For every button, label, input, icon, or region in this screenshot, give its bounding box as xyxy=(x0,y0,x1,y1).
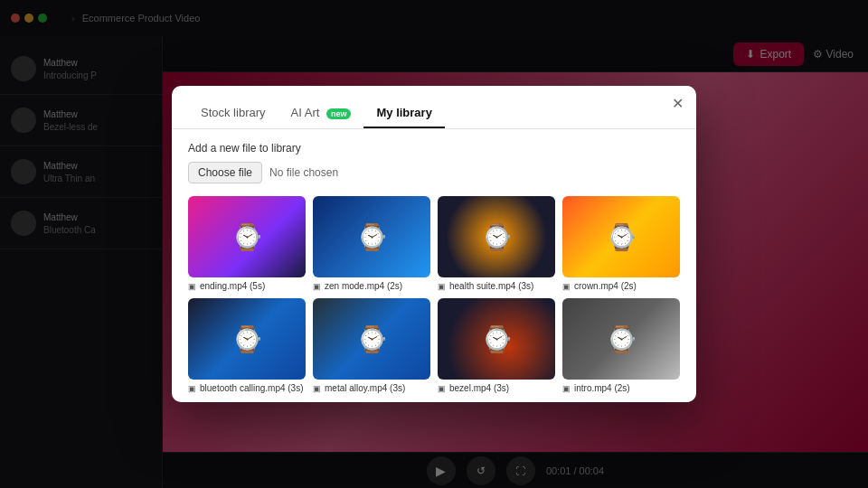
modal-close-button[interactable]: ✕ xyxy=(672,97,684,111)
media-filename-zen: zen mode.mp4 (2s) xyxy=(325,281,402,291)
media-info-zen: ▣zen mode.mp4 (2s) xyxy=(313,281,430,291)
media-thumb-ending: ⌚ xyxy=(188,196,306,277)
media-filename-bluetooth: bluetooth calling.mp4 (3s) xyxy=(200,383,304,393)
media-filename-bezel: bezel.mp4 (3s) xyxy=(449,383,509,393)
modal-body: Add a new file to library Choose file No… xyxy=(172,129,696,402)
no-file-text: No file chosen xyxy=(269,166,338,179)
video-icon-crown: ▣ xyxy=(562,282,571,291)
video-icon-bezel: ▣ xyxy=(438,384,446,393)
tab-stock-library[interactable]: Stock library xyxy=(188,99,278,128)
ai-art-badge: new xyxy=(326,108,352,119)
watch-icon-zen: ⌚ xyxy=(356,222,388,252)
media-filename-ending: ending.mp4 (5s) xyxy=(200,281,265,291)
choose-file-button[interactable]: Choose file xyxy=(188,162,262,183)
media-filename-crown: crown.mp4 (2s) xyxy=(574,281,637,291)
media-item-bluetooth[interactable]: ⌚▣bluetooth calling.mp4 (3s) xyxy=(188,298,306,393)
media-grid: ⌚▣ending.mp4 (5s)⌚▣zen mode.mp4 (2s)⌚▣he… xyxy=(188,196,680,393)
watch-icon-ending: ⌚ xyxy=(231,222,263,252)
media-item-health[interactable]: ⌚▣health suite.mp4 (3s) xyxy=(438,196,555,291)
media-thumb-bluetooth: ⌚ xyxy=(188,298,306,380)
media-item-bezel[interactable]: ⌚▣bezel.mp4 (3s) xyxy=(438,298,555,393)
media-thumb-zen: ⌚ xyxy=(313,196,430,277)
media-thumb-bezel: ⌚ xyxy=(438,298,555,380)
video-icon-bluetooth: ▣ xyxy=(188,384,196,393)
media-thumb-health: ⌚ xyxy=(438,196,555,277)
media-info-ending: ▣ending.mp4 (5s) xyxy=(188,281,306,291)
watch-icon-bluetooth: ⌚ xyxy=(231,324,263,354)
video-icon-metal: ▣ xyxy=(313,384,321,393)
media-info-crown: ▣crown.mp4 (2s) xyxy=(562,281,680,291)
video-icon-health: ▣ xyxy=(438,282,446,291)
media-item-ending[interactable]: ⌚▣ending.mp4 (5s) xyxy=(188,196,306,291)
video-icon-zen: ▣ xyxy=(313,282,321,291)
media-item-metal[interactable]: ⌚▣metal alloy.mp4 (3s) xyxy=(313,298,430,393)
media-info-intro: ▣intro.mp4 (2s) xyxy=(562,383,680,393)
media-library-modal: Stock library AI Art new My library ✕ Ad… xyxy=(172,86,696,402)
media-thumb-intro: ⌚ xyxy=(562,298,680,380)
media-filename-health: health suite.mp4 (3s) xyxy=(449,281,533,291)
add-file-label: Add a new file to library xyxy=(188,142,680,155)
media-info-metal: ▣metal alloy.mp4 (3s) xyxy=(313,383,430,393)
media-info-bezel: ▣bezel.mp4 (3s) xyxy=(438,383,555,393)
media-filename-intro: intro.mp4 (2s) xyxy=(574,383,630,393)
watch-icon-crown: ⌚ xyxy=(606,222,637,252)
media-thumb-crown: ⌚ xyxy=(562,196,680,277)
media-item-crown[interactable]: ⌚▣crown.mp4 (2s) xyxy=(562,196,680,291)
watch-icon-health: ⌚ xyxy=(481,222,513,252)
file-input-row: Choose file No file chosen xyxy=(188,162,680,183)
media-info-health: ▣health suite.mp4 (3s) xyxy=(438,281,555,291)
video-icon-intro: ▣ xyxy=(562,384,571,393)
media-filename-metal: metal alloy.mp4 (3s) xyxy=(325,383,405,393)
media-item-zen[interactable]: ⌚▣zen mode.mp4 (2s) xyxy=(313,196,430,291)
watch-icon-metal: ⌚ xyxy=(356,324,388,354)
modal-tabs: Stock library AI Art new My library ✕ xyxy=(172,86,696,128)
watch-icon-intro: ⌚ xyxy=(606,324,637,354)
watch-icon-bezel: ⌚ xyxy=(481,324,513,354)
media-info-bluetooth: ▣bluetooth calling.mp4 (3s) xyxy=(188,383,306,393)
media-thumb-metal: ⌚ xyxy=(313,298,430,380)
tab-ai-art[interactable]: AI Art new xyxy=(278,99,364,128)
tab-my-library[interactable]: My library xyxy=(363,99,444,128)
media-item-intro[interactable]: ⌚▣intro.mp4 (2s) xyxy=(562,298,680,393)
video-icon-ending: ▣ xyxy=(188,282,196,291)
